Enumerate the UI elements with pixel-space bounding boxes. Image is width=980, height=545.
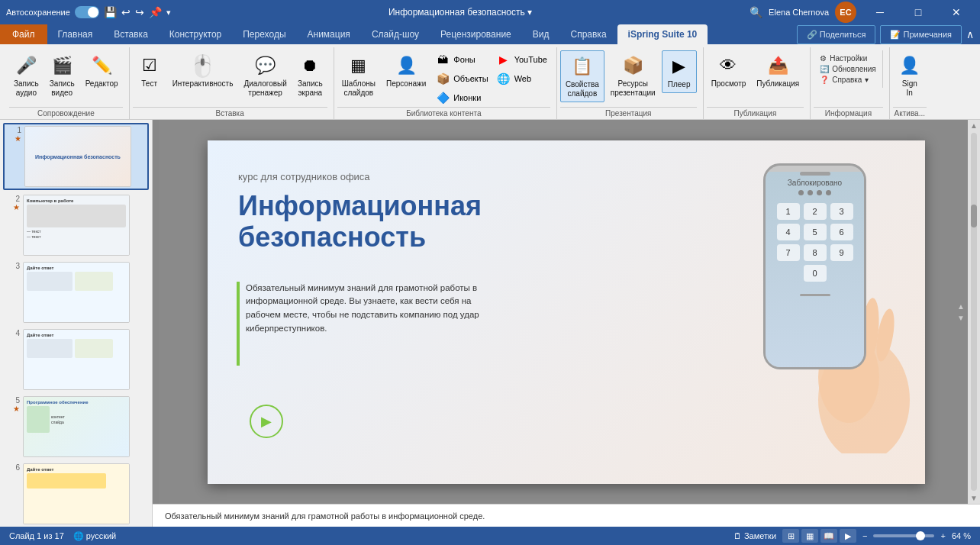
view-slideshow-btn[interactable]: ▶ <box>840 529 856 543</box>
ribbon-extra-buttons: 🔗 🔗 ПоделитьсяПоделиться 📝 Примечания ∧ <box>797 25 980 44</box>
zoom-minus-btn[interactable]: − <box>862 531 867 540</box>
icons-icon: 🔷 <box>435 90 450 105</box>
share-button[interactable]: 🔗 🔗 ПоделитьсяПоделиться <box>797 25 876 44</box>
slide-panel[interactable]: 1 ★ Информационная безопасность 2 ★ Комп… <box>0 120 153 527</box>
main-area: 1 ★ Информационная безопасность 2 ★ Комп… <box>0 120 980 527</box>
scroll-down-arrow[interactable]: ▼ <box>969 492 979 504</box>
tab-transitions[interactable]: Переходы <box>232 24 296 44</box>
slide-scrollbar-v[interactable]: ▲ ▼ <box>968 120 980 504</box>
characters-button[interactable]: 👤 Персонажи <box>382 50 430 92</box>
tab-ispring[interactable]: iSpring Suite 10 <box>617 24 708 44</box>
preview-button[interactable]: 👁 Просмотр <box>707 50 751 92</box>
editor-button[interactable]: ✏️ Редактор <box>81 50 123 92</box>
objects-button[interactable]: 📦 Объекты <box>432 69 491 88</box>
record-audio-button[interactable]: 🎤 Записьаудио <box>9 50 44 101</box>
slide-thumb-1[interactable]: 1 ★ Информационная безопасность <box>3 123 149 190</box>
title-bar: Автосохранение 💾 ↩ ↪ 📌 ▾ Информационная … <box>0 0 980 24</box>
scroll-left[interactable] <box>153 120 159 504</box>
slide-thumb-3[interactable]: 3 Дайте ответ <box>3 260 149 324</box>
tab-home[interactable]: Главная <box>47 24 104 44</box>
player-button[interactable]: ▶ Плеер <box>662 50 697 93</box>
language-indicator: 🌐 русский <box>73 531 116 541</box>
slide-description: Обязательный минимум знаний для грамотно… <box>246 282 490 336</box>
ribbon-tabs-row: Файл Главная Вставка Конструктор Переход… <box>0 24 980 44</box>
save-icon[interactable]: 💾 <box>104 6 117 18</box>
slide-properties-button[interactable]: 📋 Свойстваслайдов <box>560 50 604 102</box>
zoom-plus-btn[interactable]: + <box>940 531 945 540</box>
slide-num-1: 1 <box>9 126 21 134</box>
tab-insert[interactable]: Вставка <box>103 24 159 44</box>
search-icon[interactable]: 🔍 <box>750 6 762 18</box>
pin-icon[interactable]: 📌 <box>149 6 162 18</box>
view-grid-btn[interactable]: ▦ <box>801 529 818 543</box>
slide-preview-5: Программное обеспечение контентслайда <box>23 396 130 457</box>
tab-animation[interactable]: Анимация <box>297 24 361 44</box>
status-right: 🗒 Заметки ⊞ ▦ 📖 ▶ − + 64 % <box>733 529 971 543</box>
zoom-thumb[interactable] <box>916 531 925 540</box>
slide-play-button[interactable]: ▶ <box>250 405 283 438</box>
scroll-up-arrow[interactable]: ▲ <box>969 120 979 131</box>
tab-file[interactable]: Файл <box>0 24 47 44</box>
phone-lock-dots <box>766 190 864 195</box>
icons-button[interactable]: 🔷 Иконки <box>432 89 491 107</box>
slide-title: Информационная безопасность <box>238 190 559 253</box>
help-icon: ❓ <box>820 76 829 84</box>
phone-home-bar <box>800 294 830 296</box>
restore-button[interactable]: □ <box>901 0 936 24</box>
view-reading-btn[interactable]: 📖 <box>820 529 837 543</box>
youtube-button[interactable]: ▶ Slide 1 - title YouTube <box>493 50 550 69</box>
tab-review[interactable]: Рецензирование <box>430 24 522 44</box>
undo-icon[interactable]: ↩ <box>121 6 131 18</box>
redo-icon[interactable]: ↪ <box>135 6 144 18</box>
settings-button[interactable]: ⚙ Настройки <box>818 53 878 63</box>
signin-button[interactable]: 👤 SignIn <box>893 50 927 101</box>
group-publikaciya-label: Публикация <box>707 107 804 119</box>
backgrounds-button[interactable]: 🏔 Фоны <box>432 50 491 69</box>
resources-icon: 📦 <box>621 53 645 78</box>
characters-icon: 👤 <box>394 53 418 78</box>
dialog-button[interactable]: 💬 Диалоговыйтренажер <box>239 50 292 101</box>
notes-status-btn[interactable]: 🗒 Заметки <box>733 531 776 540</box>
tab-view[interactable]: Вид <box>522 24 560 44</box>
scroll-thumb[interactable] <box>971 205 977 227</box>
help-button[interactable]: ❓ Справка ▾ <box>818 75 878 85</box>
view-normal-btn[interactable]: ⊞ <box>782 529 799 543</box>
ribbon-collapse-icon[interactable]: ∧ <box>966 28 974 40</box>
title-dropdown-icon: ▾ <box>527 7 532 18</box>
tab-slideshow[interactable]: Слайд-шоу <box>361 24 430 44</box>
notes-button[interactable]: 📝 Примечания <box>880 25 962 44</box>
record-video-button[interactable]: 🎬 Записьвидео <box>45 50 79 101</box>
web-button[interactable]: 🌐 Web <box>493 69 550 88</box>
slide-thumb-4[interactable]: 4 Дайте ответ <box>3 327 149 392</box>
resources-button[interactable]: 📦 Ресурсыпрезентации <box>606 50 660 101</box>
slide-accent-bar <box>237 282 240 366</box>
zoom-slider[interactable] <box>873 534 934 537</box>
autosave-toggle[interactable] <box>75 6 99 18</box>
tab-help[interactable]: Справка <box>559 24 617 44</box>
expand-up-icon[interactable]: ▲ <box>957 302 965 311</box>
updates-button[interactable]: 🔄 Обновления <box>818 64 878 74</box>
interactivity-button[interactable]: 🖱️ Интерактивность <box>168 50 238 92</box>
slide-preview-6: Дайте ответ <box>23 463 130 524</box>
user-avatar[interactable]: EC <box>835 2 856 23</box>
record-audio-icon: 🎤 <box>14 53 38 78</box>
slide-view: курс для сотрудников офиса Информационна… <box>153 120 980 527</box>
templates-button[interactable]: ▦ Шаблоныслайдов <box>337 50 380 101</box>
updates-icon: 🔄 <box>820 65 829 73</box>
slide-thumb-6[interactable]: 6 Дайте ответ <box>3 462 149 526</box>
publish-button[interactable]: 📤 Публикация <box>752 50 804 92</box>
view-buttons: ⊞ ▦ 📖 ▶ <box>782 529 856 543</box>
backgrounds-icon: 🏔 <box>435 52 450 67</box>
group-vstavka: ☑ Тест 🖱️ Интерактивность 💬 Диалоговыйтр… <box>130 47 334 119</box>
slide-preview-3: Дайте ответ <box>23 262 130 323</box>
close-button[interactable]: ✕ <box>939 0 974 24</box>
expand-down-icon[interactable]: ▼ <box>957 314 965 322</box>
slide-thumb-5[interactable]: 5 ★ Программное обеспечение контентслайд… <box>3 395 149 459</box>
screenrecord-button[interactable]: ⏺ Записьэкрана <box>293 50 327 101</box>
phone-illustration: Заблокировано 1 <box>742 156 895 453</box>
test-button[interactable]: ☑ Тест <box>133 50 166 92</box>
tab-design[interactable]: Конструктор <box>159 24 232 44</box>
signin-icon: 👤 <box>898 53 922 78</box>
slide-thumb-2[interactable]: 2 ★ Компьютер в работе — текст— текст <box>3 193 149 257</box>
minimize-button[interactable]: ─ <box>862 0 898 24</box>
